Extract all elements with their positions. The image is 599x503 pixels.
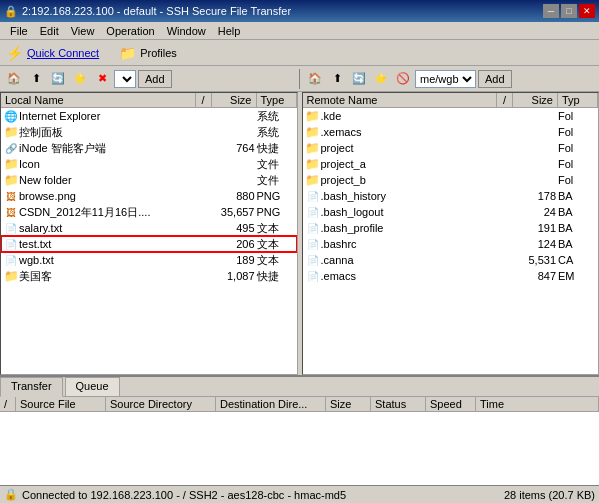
file-icon: 🖼 [3, 205, 19, 219]
pane-toolbar: 🏠 ⬆ 🔄 ⭐ ✖ Add 🏠 ⬆ 🔄 ⭐ 🚫 me/wgb Add [0, 66, 599, 92]
transfer-time-col[interactable]: Time [476, 397, 599, 411]
transfer-size-col[interactable]: Size [326, 397, 371, 411]
file-size: 178 [518, 190, 558, 202]
file-name: project_b [321, 174, 519, 186]
profiles-link[interactable]: Profiles [140, 47, 177, 59]
file-name: .bash_profile [321, 222, 519, 234]
remote-file-row[interactable]: 📁 .kde Fol [303, 108, 599, 124]
quick-connect-link[interactable]: Quick Connect [27, 47, 99, 59]
transfer-srcdir-col[interactable]: Source Directory [106, 397, 216, 411]
menu-item-view[interactable]: View [65, 24, 101, 38]
remote-file-row[interactable]: 📄 .bash_profile 191 BA [303, 220, 599, 236]
menu-item-window[interactable]: Window [161, 24, 212, 38]
local-file-row[interactable]: 📄 test.txt 206 文本 [1, 236, 297, 252]
file-type: BA [558, 190, 596, 202]
close-button[interactable]: ✕ [579, 4, 595, 18]
remote-file-row[interactable]: 📁 project Fol [303, 140, 599, 156]
maximize-button[interactable]: □ [561, 4, 577, 18]
left-path-combo[interactable] [114, 70, 136, 88]
local-type-header[interactable]: Type [257, 93, 297, 107]
file-type: EM [558, 270, 596, 282]
file-type: 文本 [257, 237, 295, 252]
local-slash-header[interactable]: / [196, 93, 212, 107]
right-home-button[interactable]: 🏠 [305, 69, 325, 89]
local-name-header[interactable]: Local Name [1, 93, 196, 107]
menu-item-edit[interactable]: Edit [34, 24, 65, 38]
file-name: .xemacs [321, 126, 519, 138]
remote-name-header[interactable]: Remote Name [303, 93, 498, 107]
minimize-button[interactable]: ─ [543, 4, 559, 18]
local-size-header[interactable]: Size [212, 93, 257, 107]
right-up-button[interactable]: ⬆ [327, 69, 347, 89]
file-name: project [321, 142, 519, 154]
remote-file-row[interactable]: 📄 .bash_logout 24 BA [303, 204, 599, 220]
remote-size-header[interactable]: Size [513, 93, 558, 107]
left-home-button[interactable]: 🏠 [4, 69, 24, 89]
remote-file-row[interactable]: 📄 .bash_history 178 BA [303, 188, 599, 204]
file-icon: 🔗 [3, 141, 19, 155]
file-name: .bashrc [321, 238, 519, 250]
left-delete-button[interactable]: ✖ [92, 69, 112, 89]
file-type: Fol [558, 110, 596, 122]
local-file-row[interactable]: 🖼 CSDN_2012年11月16日.... 35,657 PNG [1, 204, 297, 220]
remote-file-row[interactable]: 📁 .xemacs Fol [303, 124, 599, 140]
left-up-button[interactable]: ⬆ [26, 69, 46, 89]
left-add-button[interactable]: Add [138, 70, 172, 88]
menu-item-help[interactable]: Help [212, 24, 247, 38]
file-name: CSDN_2012年11月16日.... [19, 205, 217, 220]
right-refresh-button[interactable]: 🔄 [349, 69, 369, 89]
local-file-row[interactable]: 🔗 iNode 智能客户端 764 快捷 [1, 140, 297, 156]
status-items: 28 items (20.7 KB) [504, 489, 595, 501]
file-size: 764 [217, 142, 257, 154]
menu-item-file[interactable]: File [4, 24, 34, 38]
right-add-button[interactable]: Add [478, 70, 512, 88]
local-file-row[interactable]: 📁 Icon 文件 [1, 156, 297, 172]
transfer-area: Transfer Queue / Source File Source Dire… [0, 375, 599, 485]
right-stop-button[interactable]: 🚫 [393, 69, 413, 89]
transfer-content: / Source File Source Directory Destinati… [0, 397, 599, 485]
right-path-combo[interactable]: me/wgb [415, 70, 476, 88]
file-name: test.txt [19, 238, 217, 250]
menu-item-operation[interactable]: Operation [100, 24, 160, 38]
local-file-row[interactable]: 📁 New folder 文件 [1, 172, 297, 188]
right-bookmark-button[interactable]: ⭐ [371, 69, 391, 89]
local-file-row[interactable]: 📁 控制面板 系统 [1, 124, 297, 140]
file-size: 189 [217, 254, 257, 266]
remote-file-row[interactable]: 📁 project_b Fol [303, 172, 599, 188]
local-file-row[interactable]: 📁 美国客 1,087 快捷 [1, 268, 297, 284]
remote-type-header[interactable]: Typ [558, 93, 598, 107]
quickconnect-bar: ⚡ Quick Connect 📁 Profiles [0, 40, 599, 66]
local-file-row[interactable]: 🖼 browse.png 880 PNG [1, 188, 297, 204]
file-type: 系统 [257, 125, 295, 140]
file-type: PNG [257, 190, 295, 202]
titlebar-controls: ─ □ ✕ [543, 4, 595, 18]
file-icon: 📄 [3, 253, 19, 267]
left-refresh-button[interactable]: 🔄 [48, 69, 68, 89]
file-icon: 📁 [305, 173, 321, 187]
remote-file-row[interactable]: 📄 .bashrc 124 BA [303, 236, 599, 252]
transfer-slash-col[interactable]: / [0, 397, 16, 411]
file-type: Fol [558, 158, 596, 170]
file-size: 206 [217, 238, 257, 250]
file-icon: 📁 [3, 125, 19, 139]
remote-file-row[interactable]: 📄 .canna 5,531 CA [303, 252, 599, 268]
remote-file-row[interactable]: 📁 project_a Fol [303, 156, 599, 172]
transfer-dstdir-col[interactable]: Destination Dire... [216, 397, 326, 411]
file-icon: 📄 [3, 221, 19, 235]
remote-pane: Remote Name / Size Typ 📁 .kde Fol 📁 .xem… [302, 92, 600, 375]
local-file-row[interactable]: 📄 salary.txt 495 文本 [1, 220, 297, 236]
remote-file-row[interactable]: 📄 .emacs 847 EM [303, 268, 599, 284]
left-bookmark-button[interactable]: ⭐ [70, 69, 90, 89]
transfer-srcfile-col[interactable]: Source File [16, 397, 106, 411]
pane-toolbar-divider [299, 69, 300, 89]
file-type: PNG [257, 206, 295, 218]
transfer-status-col[interactable]: Status [371, 397, 426, 411]
transfer-speed-col[interactable]: Speed [426, 397, 476, 411]
tab-transfer[interactable]: Transfer [0, 377, 63, 397]
file-size: 847 [518, 270, 558, 282]
local-file-row[interactable]: 🌐 Internet Explorer 系统 [1, 108, 297, 124]
local-file-row[interactable]: 📄 wgb.txt 189 文本 [1, 252, 297, 268]
left-pane-toolbar: 🏠 ⬆ 🔄 ⭐ ✖ Add [4, 69, 294, 89]
tab-queue[interactable]: Queue [65, 377, 120, 396]
remote-slash-header[interactable]: / [497, 93, 513, 107]
